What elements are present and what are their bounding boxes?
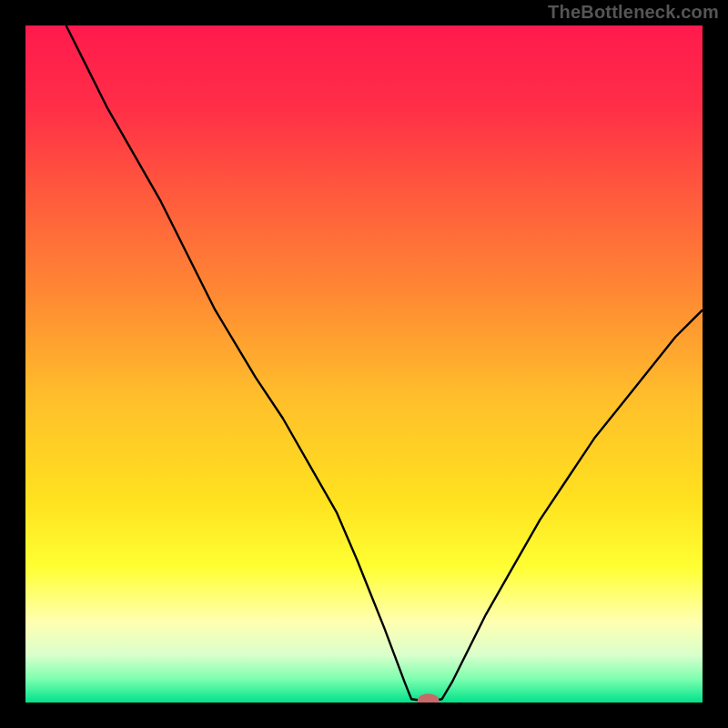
chart-frame: TheBottleneck.com [0, 0, 728, 728]
bottleneck-curve-chart [25, 25, 703, 703]
gradient-background [25, 25, 703, 703]
watermark-text: TheBottleneck.com [548, 2, 719, 23]
plot-area [25, 25, 703, 703]
